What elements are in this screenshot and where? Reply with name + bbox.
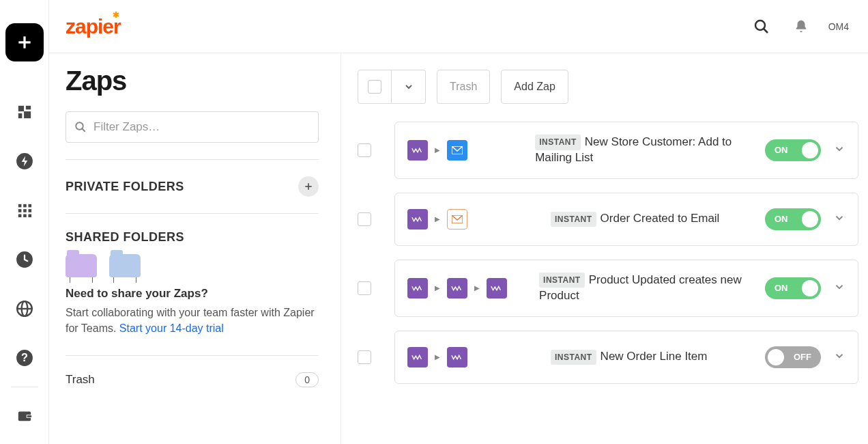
svg-rect-7 (18, 204, 21, 208)
divider (66, 159, 319, 160)
user-menu[interactable]: OM4 (828, 21, 849, 32)
envelope-icon (452, 146, 463, 154)
search-icon (753, 18, 770, 35)
header: zapier✱ OM4 (49, 0, 868, 53)
start-trial-link[interactable]: Start your 14-day trial (119, 322, 224, 334)
nav-help[interactable]: ? (0, 333, 49, 383)
row-checkbox[interactable] (358, 281, 371, 295)
row-checkbox[interactable] (358, 350, 371, 364)
zap-row-outer: ▶ ▶ INSTANTProduct Updated creates new P… (358, 260, 858, 317)
zap-row-outer: ▶ INSTANTOrder Created to Email ON (358, 193, 858, 246)
svg-point-25 (755, 20, 765, 30)
folder-icon (109, 254, 141, 277)
instant-badge: INSTANT (535, 135, 581, 150)
svg-rect-4 (18, 113, 22, 118)
arrow-icon: ▶ (474, 284, 480, 292)
trash-button[interactable]: Trash (437, 70, 490, 104)
chevron-down-icon (833, 350, 845, 362)
select-all-checkbox-wrap[interactable] (358, 70, 392, 104)
notifications-button[interactable] (787, 13, 815, 40)
svg-rect-9 (28, 204, 31, 208)
row-checkbox[interactable] (358, 143, 371, 157)
bell-icon (794, 19, 809, 34)
expand-button[interactable] (833, 350, 845, 365)
trash-count: 0 (295, 372, 319, 387)
checkbox[interactable] (368, 80, 381, 94)
svg-rect-10 (18, 209, 21, 212)
svg-point-27 (76, 122, 83, 130)
campaign-monitor-icon (447, 140, 467, 161)
zap-toggle[interactable]: ON (765, 277, 821, 299)
zap-row[interactable]: ▶ INSTANTNew Store Customer: Add to Mail… (394, 122, 858, 179)
nav-explore[interactable] (0, 284, 49, 333)
arrow-icon: ▶ (435, 284, 440, 292)
instant-badge: INSTANT (551, 350, 596, 365)
svg-rect-15 (28, 214, 31, 218)
logo[interactable]: zapier✱ (66, 15, 121, 38)
zap-text: INSTANTOrder Created to Email (551, 211, 719, 227)
svg-rect-5 (24, 111, 31, 118)
arrow-icon: ▶ (435, 146, 440, 154)
zap-toggle[interactable]: ON (765, 208, 821, 230)
svg-line-28 (82, 128, 85, 132)
create-zap-button[interactable] (5, 23, 44, 61)
zap-row[interactable]: ▶ INSTANTOrder Created to Email ON (394, 193, 858, 246)
svg-rect-3 (25, 106, 30, 110)
add-zap-button[interactable]: Add Zap (501, 70, 568, 104)
sidebar: Zaps PRIVATE FOLDERS SHARED FOLDERS (49, 53, 341, 444)
email-icon (447, 209, 467, 230)
expand-button[interactable] (833, 143, 845, 158)
svg-line-26 (764, 29, 768, 33)
grid-icon (17, 203, 32, 218)
woo-glyph (411, 285, 424, 292)
nav-zaps[interactable] (0, 137, 49, 186)
add-folder-button[interactable] (298, 176, 319, 197)
search-button[interactable] (748, 13, 775, 40)
divider (66, 213, 319, 214)
zap-text: INSTANTNew Order Line Item (551, 349, 707, 365)
instant-badge: INSTANT (551, 212, 596, 227)
zap-row[interactable]: ▶ INSTANTNew Order Line Item OFF (394, 331, 858, 384)
folder-icon (66, 254, 97, 277)
search-icon (74, 121, 87, 133)
row-checkbox[interactable] (358, 212, 371, 226)
zap-toggle[interactable]: ON (765, 139, 821, 161)
toggle-knob (802, 211, 818, 227)
trash-folder[interactable]: Trash 0 (66, 368, 319, 391)
help-icon: ? (16, 349, 33, 367)
zap-toggle[interactable]: OFF (765, 346, 821, 368)
shared-folders-section: SHARED FOLDERS (66, 230, 319, 245)
wallet-icon (17, 408, 32, 424)
plus-icon (16, 33, 33, 51)
page-title: Zaps (66, 66, 319, 96)
arrow-icon: ▶ (435, 353, 440, 361)
nav-billing[interactable] (0, 391, 49, 441)
nav-history[interactable] (0, 235, 49, 284)
woocommerce-icon (407, 209, 428, 230)
app-chain: ▶ (407, 209, 551, 230)
woocommerce-icon (407, 347, 428, 367)
toggle-label: ON (775, 283, 788, 293)
expand-button[interactable] (833, 281, 845, 296)
trash-label: Trash (66, 373, 95, 387)
filter-zaps-wrap[interactable] (66, 111, 319, 143)
left-nav: ? (0, 0, 49, 444)
nav-dashboard[interactable] (0, 87, 49, 137)
shared-folders-label: SHARED FOLDERS (66, 230, 184, 245)
toggle-knob (768, 349, 784, 365)
globe-icon (16, 300, 33, 318)
nav-apps[interactable] (0, 186, 49, 235)
woo-glyph (411, 354, 424, 361)
zap-title-text: New Order Line Item (601, 350, 708, 363)
filter-input[interactable] (93, 120, 310, 134)
woo-glyph (451, 285, 463, 292)
svg-rect-24 (27, 415, 31, 417)
svg-rect-13 (18, 214, 21, 218)
zap-row[interactable]: ▶ ▶ INSTANTProduct Updated creates new P… (394, 260, 858, 317)
svg-rect-12 (28, 209, 31, 212)
select-all-dropdown[interactable] (392, 70, 426, 104)
divider (66, 355, 319, 356)
woo-glyph (411, 147, 424, 154)
expand-button[interactable] (833, 212, 845, 227)
zap-text: INSTANTProduct Updated creates new Produ… (539, 273, 765, 304)
